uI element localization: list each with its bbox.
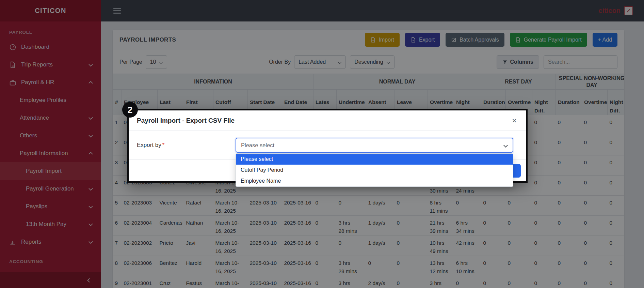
modal-header: Payroll Import - Export CSV File × (129, 110, 526, 131)
dropdown-option-cutoff-pay-period[interactable]: Cutoff Pay Period (236, 165, 513, 176)
dropdown-option-please-select[interactable]: Please select (236, 154, 513, 165)
required-asterisk: * (162, 142, 165, 148)
export-by-dropdown: Please select Cutoff Pay Period Employee… (236, 153, 513, 187)
modal-title: Payroll Import - Export CSV File (137, 117, 235, 124)
annotation-step-badge: 2 (122, 102, 138, 118)
export-by-select[interactable]: Please select (236, 138, 513, 153)
dropdown-option-employee-name[interactable]: Employee Name (236, 176, 513, 186)
export-csv-modal: 2 Payroll Import - Export CSV File × Exp… (127, 109, 528, 183)
chevron-down-icon (503, 143, 508, 148)
close-icon[interactable]: × (512, 117, 517, 125)
app-window: CITICON PAYROLL Dashboard Trip Reports P… (0, 0, 644, 288)
export-by-label: Export by* (137, 142, 236, 149)
